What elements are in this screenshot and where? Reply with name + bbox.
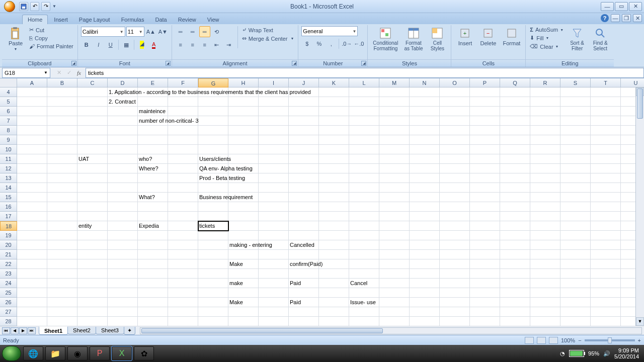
cell-N14[interactable] <box>410 183 440 193</box>
cell-D17[interactable] <box>108 212 138 221</box>
cell-I13[interactable] <box>259 173 289 183</box>
cell-T12[interactable] <box>591 164 621 173</box>
cell-G28[interactable] <box>198 317 228 326</box>
cell-C16[interactable] <box>77 202 108 212</box>
cell-A7[interactable] <box>17 116 47 126</box>
cell-I12[interactable] <box>259 164 289 173</box>
cell-C6[interactable] <box>77 107 108 116</box>
cell-S21[interactable] <box>560 250 591 259</box>
col-header-C[interactable]: C <box>77 78 108 87</box>
zoom-slider[interactable] <box>585 339 635 341</box>
cell-P26[interactable] <box>470 298 500 307</box>
align-left-button[interactable]: ≡ <box>175 39 186 50</box>
cell-S19[interactable] <box>560 231 591 240</box>
cell-H17[interactable] <box>228 212 259 221</box>
cell-C4[interactable] <box>77 87 108 97</box>
cell-T27[interactable] <box>591 307 621 317</box>
cell-D7[interactable] <box>108 116 138 126</box>
cell-T11[interactable] <box>591 154 621 164</box>
cell-T20[interactable] <box>591 240 621 250</box>
cell-R8[interactable] <box>530 126 560 135</box>
align-middle-button[interactable]: ═ <box>187 26 198 37</box>
cell-N6[interactable] <box>410 107 440 116</box>
col-header-P[interactable]: P <box>470 78 500 87</box>
zoom-level[interactable]: 100% <box>561 337 575 343</box>
tray-date[interactable]: 5/20/2014 <box>614 353 639 359</box>
cell-A14[interactable] <box>17 183 47 193</box>
cell-E10[interactable] <box>138 145 168 154</box>
cell-N17[interactable] <box>410 212 440 221</box>
cell-T6[interactable] <box>591 107 621 116</box>
cell-Q7[interactable] <box>500 116 530 126</box>
cell-J14[interactable] <box>289 183 319 193</box>
cell-F14[interactable] <box>168 183 198 193</box>
row-header-7[interactable]: 7 <box>0 116 17 126</box>
cell-A18[interactable] <box>17 221 47 231</box>
cell-C11[interactable]: UAT <box>77 154 108 164</box>
cell-S9[interactable] <box>560 135 591 145</box>
cell-Q17[interactable] <box>500 212 530 221</box>
cell-N26[interactable] <box>410 298 440 307</box>
row-header-5[interactable]: 5 <box>0 97 17 107</box>
cell-R20[interactable] <box>530 240 560 250</box>
cell-B24[interactable] <box>47 279 77 288</box>
cell-P9[interactable] <box>470 135 500 145</box>
cell-N28[interactable] <box>410 317 440 326</box>
cell-H27[interactable] <box>228 307 259 317</box>
row-header-20[interactable]: 20 <box>0 240 17 250</box>
cell-M15[interactable] <box>379 193 410 202</box>
cell-B9[interactable] <box>47 135 77 145</box>
row-header-15[interactable]: 15 <box>0 193 17 202</box>
cell-J23[interactable] <box>289 269 319 279</box>
cell-L11[interactable] <box>349 154 379 164</box>
cell-L16[interactable] <box>349 202 379 212</box>
col-header-Q[interactable]: Q <box>500 78 530 87</box>
enter-formula-icon[interactable]: ✓ <box>64 68 73 77</box>
cell-M13[interactable] <box>379 173 410 183</box>
cell-O18[interactable] <box>440 221 470 231</box>
cell-K26[interactable] <box>319 298 349 307</box>
cell-M6[interactable] <box>379 107 410 116</box>
col-header-I[interactable]: I <box>259 78 289 87</box>
cell-G24[interactable] <box>198 279 228 288</box>
cell-R16[interactable] <box>530 202 560 212</box>
cell-P22[interactable] <box>470 259 500 269</box>
cell-C22[interactable] <box>77 259 108 269</box>
col-header-F[interactable]: F <box>168 78 198 87</box>
cell-D19[interactable] <box>108 231 138 240</box>
cell-O13[interactable] <box>440 173 470 183</box>
cell-B10[interactable] <box>47 145 77 154</box>
cell-C9[interactable] <box>77 135 108 145</box>
cell-H14[interactable] <box>228 183 259 193</box>
cell-S5[interactable] <box>560 97 591 107</box>
cell-T9[interactable] <box>591 135 621 145</box>
cell-R7[interactable] <box>530 116 560 126</box>
cell-M27[interactable] <box>379 307 410 317</box>
cell-M25[interactable] <box>379 288 410 298</box>
cell-L20[interactable] <box>349 240 379 250</box>
format-painter-button[interactable]: 🖌Format Painter <box>28 43 74 50</box>
cell-B16[interactable] <box>47 202 77 212</box>
cell-R21[interactable] <box>530 250 560 259</box>
cell-K14[interactable] <box>319 183 349 193</box>
cell-N21[interactable] <box>410 250 440 259</box>
cell-P24[interactable] <box>470 279 500 288</box>
cell-D14[interactable] <box>108 183 138 193</box>
cell-I10[interactable] <box>259 145 289 154</box>
cell-Q6[interactable] <box>500 107 530 116</box>
cell-Q24[interactable] <box>500 279 530 288</box>
cell-N23[interactable] <box>410 269 440 279</box>
cell-T4[interactable] <box>591 87 621 97</box>
cell-E17[interactable] <box>138 212 168 221</box>
clear-button[interactable]: ⌫Clear▼ <box>529 43 565 50</box>
cell-T10[interactable] <box>591 145 621 154</box>
cell-C25[interactable] <box>77 288 108 298</box>
row-header-10[interactable]: 10 <box>0 145 17 154</box>
cell-F5[interactable] <box>168 97 198 107</box>
cell-I23[interactable] <box>259 269 289 279</box>
cell-E5[interactable] <box>138 97 168 107</box>
cell-Q19[interactable] <box>500 231 530 240</box>
cell-P23[interactable] <box>470 269 500 279</box>
cell-M16[interactable] <box>379 202 410 212</box>
vscroll-thumb[interactable] <box>637 88 643 119</box>
